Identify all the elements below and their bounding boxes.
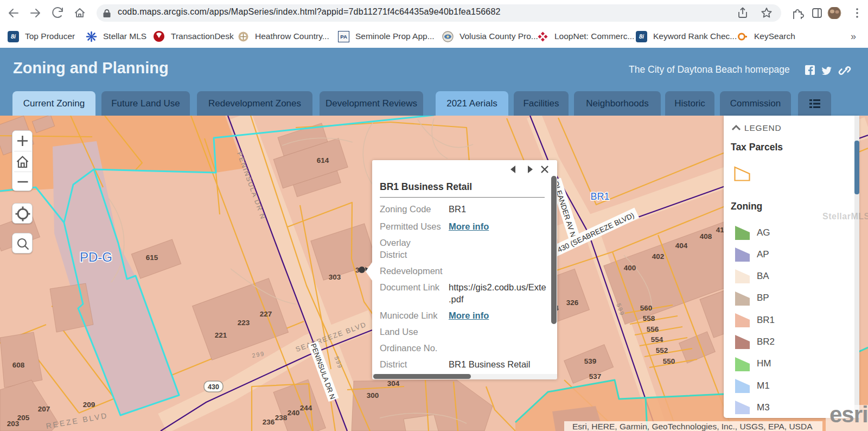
svg-text:608: 608 [12, 361, 25, 369]
svg-text:221: 221 [215, 331, 227, 339]
svg-text:203: 203 [7, 420, 20, 428]
svg-text:238: 238 [275, 414, 288, 422]
svg-text:223: 223 [238, 319, 250, 327]
svg-text:244: 244 [300, 404, 312, 412]
svg-text:303: 303 [329, 273, 341, 281]
svg-text:614: 614 [317, 156, 329, 164]
svg-text:240: 240 [288, 409, 300, 417]
svg-text:300: 300 [367, 391, 379, 400]
svg-text:430: 430 [208, 383, 219, 391]
svg-text:615: 615 [146, 253, 158, 262]
svg-text:558: 558 [643, 314, 655, 322]
svg-text:552: 552 [656, 346, 668, 354]
svg-text:207: 207 [38, 405, 50, 413]
svg-text:408: 408 [700, 232, 712, 240]
svg-text:236: 236 [263, 418, 275, 426]
svg-text:560: 560 [640, 304, 653, 312]
svg-text:BR1: BR1 [590, 191, 609, 202]
svg-text:404: 404 [675, 242, 688, 250]
svg-text:400: 400 [624, 264, 636, 272]
svg-text:402: 402 [652, 252, 665, 261]
svg-text:537: 537 [589, 372, 602, 381]
svg-text:539: 539 [584, 357, 597, 365]
svg-text:PD-G: PD-G [80, 250, 112, 264]
svg-text:209: 209 [83, 401, 95, 409]
svg-text:554: 554 [651, 335, 663, 344]
svg-text:556: 556 [647, 325, 659, 333]
svg-text:550: 550 [663, 357, 675, 365]
svg-text:326: 326 [566, 299, 579, 307]
svg-text:227: 227 [260, 310, 272, 318]
svg-text:304: 304 [387, 379, 400, 388]
